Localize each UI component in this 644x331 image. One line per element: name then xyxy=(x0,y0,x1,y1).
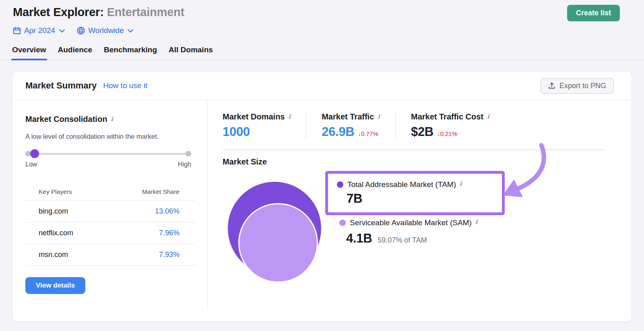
stat-change-badge: ↓0.77% xyxy=(358,130,378,137)
annotation-arrow-icon xyxy=(496,143,567,205)
calendar-icon xyxy=(13,27,21,35)
slider-track[interactable] xyxy=(25,153,191,155)
page-title: Market Explorer:Entertainment xyxy=(13,6,620,19)
card-header: Market Summary How to use it Export to P… xyxy=(12,72,632,100)
stat-label-text: Market Traffic Cost xyxy=(411,112,483,121)
date-selector[interactable]: Apr 2024 xyxy=(13,26,63,35)
sam-bubble[interactable] xyxy=(238,203,318,283)
tam-highlight-box: Total Addressable Market (TAM) i 7B xyxy=(325,171,505,215)
market-size-title: Market Size xyxy=(223,157,267,167)
stat-label-text: Market Domains xyxy=(223,112,285,121)
export-upload-icon xyxy=(548,82,555,89)
sam-dot-icon xyxy=(339,220,346,226)
create-list-button[interactable]: Create list xyxy=(567,5,620,21)
info-icon[interactable]: i xyxy=(378,113,380,120)
table-row: netflix.com 7.96% xyxy=(25,222,196,244)
tab-benchmarking[interactable]: Benchmarking xyxy=(103,43,158,60)
tam-dot-icon xyxy=(337,181,343,188)
tam-label: Total Addressable Market (TAM) xyxy=(347,180,456,189)
slider-handle[interactable] xyxy=(30,149,39,158)
chevron-down-icon xyxy=(128,27,134,33)
share-cell[interactable]: 7.96% xyxy=(106,222,196,244)
slider-right-cap xyxy=(186,151,191,156)
info-icon[interactable]: i xyxy=(289,113,291,120)
consolidation-title: Market Consolidationi xyxy=(25,115,195,124)
tab-all-domains[interactable]: All Domains xyxy=(168,43,214,60)
slider-labels: Low High xyxy=(25,161,191,168)
table-header-row: Key Players Market Share xyxy=(25,184,196,201)
share-cell[interactable]: 13.06% xyxy=(106,201,196,222)
slider-low-label: Low xyxy=(25,161,37,168)
page-title-prefix: Market Explorer: xyxy=(13,6,104,19)
table-row: bing.com 13.06% xyxy=(25,201,196,222)
tab-bar: Overview Audience Benchmarking All Domai… xyxy=(0,43,644,60)
stat-change-badge: ↓0.21% xyxy=(437,130,457,137)
stat-label: Market Traffici xyxy=(322,112,380,121)
table-row: msn.com 7.93% xyxy=(25,244,196,266)
slider-high-label: High xyxy=(178,161,191,168)
page-title-market: Entertainment xyxy=(107,6,184,19)
chevron-down-icon xyxy=(59,27,65,33)
region-selector[interactable]: Worldwide xyxy=(77,26,132,35)
column-header-key-players: Key Players xyxy=(25,184,106,201)
export-to-png-button[interactable]: Export to PNG xyxy=(541,78,614,94)
info-icon[interactable]: i xyxy=(475,218,478,226)
consolidation-title-text: Market Consolidation xyxy=(25,115,107,123)
domain-cell: netflix.com xyxy=(25,222,106,244)
globe-icon xyxy=(77,27,85,35)
view-details-button[interactable]: View details xyxy=(25,277,85,294)
stat-value: 1000 xyxy=(223,125,250,139)
stat-label: Market Traffic Costi xyxy=(411,112,489,121)
sam-legend-block: Serviceable Available Market (SAM) i 4.1… xyxy=(339,218,477,246)
stat-market-traffic: Market Traffici 26.9B↓0.77% xyxy=(306,112,395,139)
stat-market-domains: Market Domainsi 1000 xyxy=(223,112,306,139)
tab-audience[interactable]: Audience xyxy=(57,43,93,60)
date-label: Apr 2024 xyxy=(24,26,55,35)
stat-market-traffic-cost: Market Traffic Costi $2B↓0.21% xyxy=(395,112,505,139)
sam-value-row: 4.1B 59.07% of TAM xyxy=(346,231,477,246)
page-header: Market Explorer:Entertainment Create lis… xyxy=(0,0,644,60)
stat-label: Market Domainsi xyxy=(223,112,291,121)
export-label: Export to PNG xyxy=(559,82,606,90)
domain-cell: msn.com xyxy=(25,244,106,266)
domain-cell: bing.com xyxy=(25,201,106,222)
market-summary-card: Market Summary How to use it Export to P… xyxy=(12,71,632,322)
filters-bar: Apr 2024 Worldwide xyxy=(13,26,620,35)
how-to-use-link[interactable]: How to use it xyxy=(103,81,147,90)
tam-value: 7B xyxy=(347,191,502,206)
sam-label: Serviceable Available Market (SAM) xyxy=(350,218,472,227)
info-icon[interactable]: i xyxy=(111,115,113,123)
info-icon[interactable]: i xyxy=(460,180,462,187)
sam-value: 4.1B xyxy=(346,231,372,246)
tab-overview[interactable]: Overview xyxy=(11,43,47,60)
consolidation-description: A low level of consolidation within the … xyxy=(25,133,195,140)
stat-label-text: Market Traffic xyxy=(322,112,374,121)
market-consolidation-section: Market Consolidationi A low level of con… xyxy=(12,100,208,310)
stat-value: 26.9B xyxy=(322,125,354,139)
share-cell[interactable]: 7.93% xyxy=(106,244,196,266)
info-icon[interactable]: i xyxy=(487,113,489,120)
region-label: Worldwide xyxy=(88,26,124,35)
stats-row: Market Domainsi 1000 Market Traffici 26.… xyxy=(223,112,606,139)
card-body: Market Consolidationi A low level of con… xyxy=(12,100,632,322)
sam-share-of-tam: 59.07% of TAM xyxy=(378,236,427,245)
column-header-market-share: Market Share xyxy=(106,184,196,201)
stat-value: $2B xyxy=(411,125,433,139)
consolidation-slider[interactable] xyxy=(25,149,191,158)
tam-legend-row: Total Addressable Market (TAM) i xyxy=(328,174,502,189)
sam-legend-row: Serviceable Available Market (SAM) i xyxy=(339,218,477,227)
market-size-section: Market Size Total Addressable Market (TA… xyxy=(223,150,606,283)
market-stats-section: Market Domainsi 1000 Market Traffici 26.… xyxy=(208,100,632,322)
key-players-table: Key Players Market Share bing.com 13.06%… xyxy=(25,184,196,266)
card-title: Market Summary xyxy=(25,80,97,91)
